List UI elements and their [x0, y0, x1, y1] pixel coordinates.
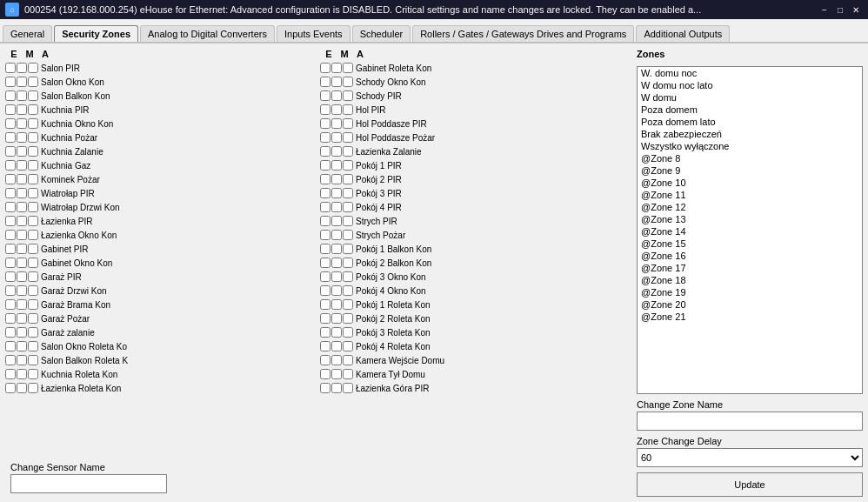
zones-list[interactable]: W. domu nocW domu noc latoW domuPoza dom…: [637, 66, 863, 394]
change-zone-name-input[interactable]: [637, 412, 863, 431]
sensor-e-checkbox[interactable]: [320, 104, 331, 115]
sensor-a-checkbox[interactable]: [343, 90, 353, 101]
sensor-m-checkbox[interactable]: [331, 258, 342, 268]
sensor-m-checkbox[interactable]: [331, 146, 342, 157]
sensor-a-checkbox[interactable]: [28, 132, 38, 143]
sensor-a-checkbox[interactable]: [343, 118, 353, 129]
sensor-a-checkbox[interactable]: [343, 244, 353, 254]
sensor-a-checkbox[interactable]: [28, 63, 38, 73]
sensor-a-checkbox[interactable]: [28, 313, 38, 324]
sensor-m-checkbox[interactable]: [17, 118, 27, 129]
sensor-a-checkbox[interactable]: [28, 104, 38, 115]
sensor-m-checkbox[interactable]: [331, 104, 342, 115]
sensor-m-checkbox[interactable]: [17, 90, 27, 101]
sensor-e-checkbox[interactable]: [320, 327, 331, 338]
sensor-m-checkbox[interactable]: [331, 132, 342, 143]
sensor-e-checkbox[interactable]: [5, 271, 16, 282]
sensor-e-checkbox[interactable]: [5, 369, 16, 379]
sensor-e-checkbox[interactable]: [320, 271, 331, 282]
zone-item[interactable]: Brak zabezpieczeń: [638, 128, 862, 140]
sensor-m-checkbox[interactable]: [331, 202, 342, 212]
sensor-e-checkbox[interactable]: [5, 244, 16, 254]
sensor-e-checkbox[interactable]: [5, 132, 16, 143]
sensor-e-checkbox[interactable]: [320, 188, 331, 198]
zone-item[interactable]: @Zone 18: [638, 274, 862, 286]
sensor-m-checkbox[interactable]: [331, 299, 342, 310]
zone-item[interactable]: @Zone 14: [638, 225, 862, 238]
sensor-e-checkbox[interactable]: [320, 313, 331, 324]
sensor-e-checkbox[interactable]: [5, 258, 16, 268]
sensor-a-checkbox[interactable]: [28, 160, 38, 171]
sensor-e-checkbox[interactable]: [5, 216, 16, 226]
zone-item[interactable]: @Zone 15: [638, 238, 862, 250]
sensor-m-checkbox[interactable]: [17, 299, 27, 310]
zone-item[interactable]: W. domu noc: [638, 67, 862, 79]
zone-item[interactable]: Wszystko wyłączone: [638, 140, 862, 152]
sensor-e-checkbox[interactable]: [5, 313, 16, 324]
sensor-e-checkbox[interactable]: [320, 299, 331, 310]
sensor-e-checkbox[interactable]: [320, 146, 331, 157]
sensor-e-checkbox[interactable]: [5, 146, 16, 157]
sensor-a-checkbox[interactable]: [343, 313, 353, 324]
sensor-a-checkbox[interactable]: [343, 383, 353, 393]
sensor-a-checkbox[interactable]: [343, 216, 353, 226]
sensor-a-checkbox[interactable]: [28, 216, 38, 226]
sensor-m-checkbox[interactable]: [17, 216, 27, 226]
zone-item[interactable]: W domu noc lato: [638, 79, 862, 91]
close-button[interactable]: ✕: [849, 3, 863, 17]
update-button[interactable]: Update: [637, 472, 863, 497]
sensor-m-checkbox[interactable]: [331, 188, 342, 198]
sensor-m-checkbox[interactable]: [17, 285, 27, 296]
sensor-e-checkbox[interactable]: [320, 63, 331, 73]
sensor-a-checkbox[interactable]: [343, 160, 353, 171]
sensor-m-checkbox[interactable]: [331, 327, 342, 338]
sensor-a-checkbox[interactable]: [343, 327, 353, 338]
sensor-a-checkbox[interactable]: [343, 77, 353, 87]
sensor-a-checkbox[interactable]: [28, 118, 38, 129]
tab-security-zones[interactable]: Security Zones: [54, 25, 138, 42]
sensor-e-checkbox[interactable]: [5, 160, 16, 171]
sensor-a-checkbox[interactable]: [343, 258, 353, 268]
sensor-m-checkbox[interactable]: [331, 63, 342, 73]
sensor-m-checkbox[interactable]: [17, 202, 27, 212]
sensor-e-checkbox[interactable]: [320, 230, 331, 240]
zone-item[interactable]: @Zone 9: [638, 164, 862, 177]
zone-item[interactable]: @Zone 13: [638, 213, 862, 225]
sensor-m-checkbox[interactable]: [17, 160, 27, 171]
sensor-e-checkbox[interactable]: [320, 90, 331, 101]
sensor-m-checkbox[interactable]: [17, 258, 27, 268]
sensor-e-checkbox[interactable]: [5, 285, 16, 296]
sensor-e-checkbox[interactable]: [320, 132, 331, 143]
sensor-a-checkbox[interactable]: [28, 230, 38, 240]
sensor-a-checkbox[interactable]: [28, 258, 38, 268]
sensor-e-checkbox[interactable]: [320, 118, 331, 129]
sensor-e-checkbox[interactable]: [320, 216, 331, 226]
zone-item[interactable]: @Zone 21: [638, 311, 862, 323]
sensor-m-checkbox[interactable]: [331, 355, 342, 365]
sensor-m-checkbox[interactable]: [17, 174, 27, 184]
sensor-a-checkbox[interactable]: [343, 369, 353, 379]
zone-item[interactable]: Poza domem: [638, 104, 862, 116]
sensor-e-checkbox[interactable]: [5, 355, 16, 365]
sensor-e-checkbox[interactable]: [5, 230, 16, 240]
sensor-a-checkbox[interactable]: [343, 341, 353, 351]
zone-item[interactable]: @Zone 8: [638, 152, 862, 164]
sensor-a-checkbox[interactable]: [343, 174, 353, 184]
change-sensor-name-input[interactable]: [10, 474, 167, 493]
sensor-a-checkbox[interactable]: [343, 202, 353, 212]
sensor-m-checkbox[interactable]: [331, 216, 342, 226]
zone-change-delay-select[interactable]: 60 30 45 90 120: [637, 448, 863, 467]
sensor-e-checkbox[interactable]: [5, 63, 16, 73]
sensor-m-checkbox[interactable]: [17, 188, 27, 198]
sensor-e-checkbox[interactable]: [320, 244, 331, 254]
sensor-e-checkbox[interactable]: [320, 383, 331, 393]
sensor-m-checkbox[interactable]: [17, 244, 27, 254]
sensor-a-checkbox[interactable]: [343, 146, 353, 157]
sensor-m-checkbox[interactable]: [331, 77, 342, 87]
sensor-m-checkbox[interactable]: [331, 230, 342, 240]
sensor-a-checkbox[interactable]: [28, 146, 38, 157]
sensor-e-checkbox[interactable]: [320, 77, 331, 87]
zone-item[interactable]: @Zone 11: [638, 189, 862, 201]
sensor-m-checkbox[interactable]: [17, 104, 27, 115]
zone-item[interactable]: @Zone 12: [638, 201, 862, 213]
